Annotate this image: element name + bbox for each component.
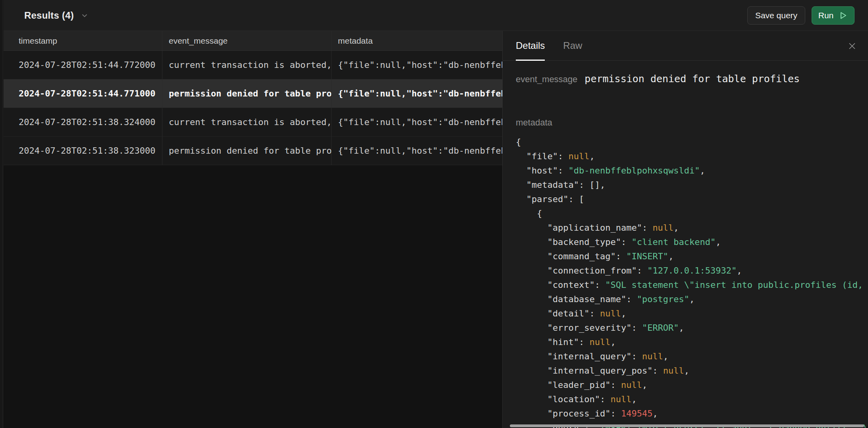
cell-metadata: {"file":null,"host":"db-nenbffeblpohxsqw…: [332, 137, 502, 165]
cell-timestamp: 2024-07-28T02:51:44.771000: [4, 79, 162, 108]
json-line: "backend_type": "client backend",: [516, 235, 868, 249]
horizontal-scrollbar-thumb[interactable]: [510, 424, 864, 427]
json-line: "internal_query": null,: [516, 349, 868, 364]
json-line: "command_tag": "INSERT",: [516, 249, 868, 264]
run-button-label: Run: [818, 11, 834, 20]
json-line: {: [516, 206, 868, 221]
cell-timestamp: 2024-07-28T02:51:38.323000: [4, 137, 162, 165]
table-header-row: timestampevent_messagemetadata: [4, 31, 502, 51]
json-line: "database_name": "postgres",: [516, 292, 868, 307]
save-query-button[interactable]: Save query: [747, 6, 805, 25]
json-line: "context": "SQL statement \"insert into …: [516, 278, 868, 292]
table-body: 2024-07-28T02:51:44.772000current transa…: [4, 51, 502, 165]
detail-tabs: DetailsRaw: [503, 31, 868, 61]
json-line: "application_name": null,: [516, 221, 868, 235]
topbar-actions: Save query Run: [747, 6, 854, 25]
json-line: "internal_query_pos": null,: [516, 364, 868, 378]
cell-event_message: current transaction is aborted, commands…: [162, 51, 332, 79]
play-icon: [838, 11, 848, 20]
json-line: "process_id": 149545,: [516, 407, 868, 421]
json-line: "file": null,: [516, 149, 868, 164]
run-button[interactable]: Run: [812, 6, 854, 25]
results-table: timestampevent_messagemetadata 2024-07-2…: [4, 31, 502, 165]
json-line: "metadata": [],: [516, 178, 868, 192]
tab-details[interactable]: Details: [516, 31, 545, 60]
json-line: "error_severity": "ERROR",: [516, 321, 868, 335]
cell-metadata: {"file":null,"host":"db-nenbffeblpohxsqw…: [332, 79, 502, 108]
json-line: {: [516, 135, 868, 149]
event-message-row: event_message permission denied for tabl…: [516, 73, 800, 85]
event-message-value: permission denied for table profiles: [584, 73, 800, 85]
table-row-selected[interactable]: 2024-07-28T02:51:44.771000permission den…: [4, 79, 502, 108]
left-panel-edge: [0, 0, 3, 428]
metadata-label: metadata: [516, 118, 552, 128]
log-detail-panel: DetailsRaw event_message permission deni…: [502, 31, 868, 428]
cell-event_message: current transaction is aborted, commands…: [162, 108, 332, 136]
close-icon[interactable]: [847, 40, 858, 52]
table-row[interactable]: 2024-07-28T02:51:44.772000current transa…: [4, 51, 502, 79]
json-line: "parsed": [: [516, 192, 868, 206]
results-dropdown[interactable]: Results (4): [24, 10, 89, 21]
json-line: "host": "db-nenbffeblpohxsqwsldi",: [516, 164, 868, 178]
cell-event_message: permission denied for table profiles: [162, 137, 332, 165]
cell-metadata: {"file":null,"host":"db-nenbffeblpohxsqw…: [332, 108, 502, 136]
cell-timestamp: 2024-07-28T02:51:38.324000: [4, 108, 162, 136]
json-line: "location": null,: [516, 392, 868, 407]
tab-raw[interactable]: Raw: [563, 31, 582, 60]
table-row[interactable]: 2024-07-28T02:51:38.323000permission den…: [4, 137, 502, 165]
table-row[interactable]: 2024-07-28T02:51:38.324000current transa…: [4, 108, 502, 137]
json-line: "detail": null,: [516, 307, 868, 321]
cell-timestamp: 2024-07-28T02:51:44.772000: [4, 51, 162, 79]
column-header-event_message: event_message: [162, 31, 332, 50]
topbar: Results (4) Save query Run: [4, 0, 868, 31]
event-message-label: event_message: [516, 74, 577, 85]
cell-event_message: permission denied for table profiles: [162, 79, 332, 108]
json-line: "leader_pid": null,: [516, 378, 868, 392]
column-header-timestamp: timestamp: [4, 31, 162, 50]
metadata-json-viewer: { "file": null, "host": "db-nenbffeblpoh…: [516, 135, 868, 428]
results-count-label: Results (4): [24, 10, 74, 21]
json-line: "connection_from": "127.0.0.1:53932",: [516, 264, 868, 278]
chevron-down-icon: [80, 11, 89, 20]
cell-metadata: {"file":null,"host":"db-nenbffeblpohxsqw…: [332, 51, 502, 79]
column-header-metadata: metadata: [332, 31, 502, 50]
json-line: "hint": null,: [516, 335, 868, 349]
